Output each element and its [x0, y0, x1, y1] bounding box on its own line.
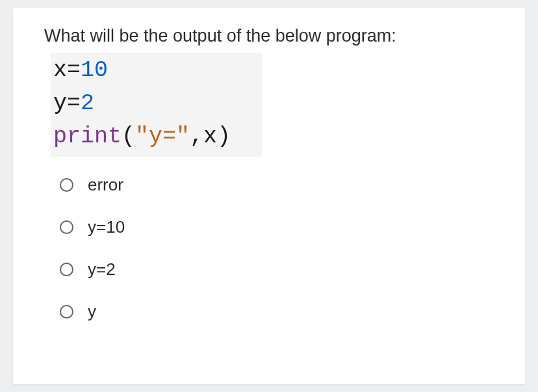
option-label: y=10	[88, 217, 125, 237]
option-row-2[interactable]: y=2	[60, 259, 499, 280]
code-token-paren: (	[122, 124, 135, 150]
code-token-num: 2	[81, 90, 94, 116]
code-token-num: 10	[81, 57, 108, 83]
code-line-1: x=10	[53, 54, 231, 87]
code-line-3: print("y=",x)	[53, 120, 231, 153]
code-token-func: print	[53, 124, 122, 150]
question-card: What will be the output of the below pro…	[13, 8, 525, 384]
option-label: y	[88, 302, 96, 322]
radio-icon[interactable]	[60, 263, 73, 276]
option-label: y=2	[88, 259, 116, 280]
code-block: x=10 y=2 print("y=",x)	[51, 53, 262, 157]
option-row-3[interactable]: y	[60, 302, 499, 322]
code-token-string: "y="	[135, 124, 190, 150]
option-row-1[interactable]: y=10	[60, 217, 499, 237]
code-token-var: x	[53, 57, 67, 83]
code-token-op: =	[67, 90, 81, 116]
code-token-paren: )	[217, 124, 231, 150]
code-line-2: y=2	[53, 87, 231, 120]
code-token-var: y	[53, 90, 67, 116]
question-prompt: What will be the output of the below pro…	[44, 26, 499, 46]
radio-icon[interactable]	[60, 178, 73, 192]
code-token-op: =	[67, 57, 81, 83]
radio-icon[interactable]	[60, 220, 73, 234]
code-token-arg: x	[203, 124, 217, 150]
option-row-0[interactable]: error	[60, 175, 499, 195]
options-list: error y=10 y=2 y	[44, 175, 499, 322]
option-label: error	[88, 175, 123, 195]
code-token-comma: ,	[190, 124, 203, 150]
radio-icon[interactable]	[60, 305, 73, 319]
